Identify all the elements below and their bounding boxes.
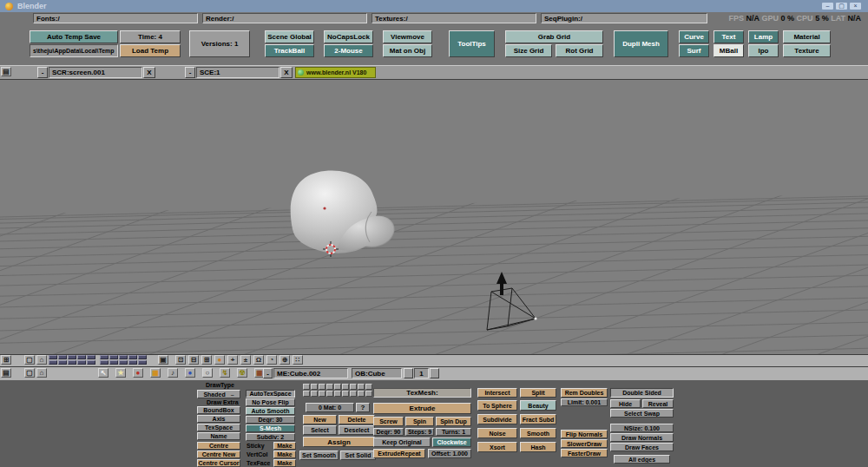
double-sided-button[interactable]: Double Sided bbox=[610, 388, 674, 398]
layer-toggle[interactable] bbox=[138, 355, 147, 359]
to-sphere-button[interactable]: To Sphere bbox=[477, 400, 517, 411]
beauty-button[interactable]: Beauty bbox=[520, 400, 556, 411]
spin-turns-field[interactable]: Turns: 1 bbox=[436, 428, 471, 436]
viewport-3d[interactable] bbox=[0, 80, 868, 354]
radiosity-buttons-icon[interactable]: ☢ bbox=[237, 368, 247, 378]
mat-help-button[interactable]: ? bbox=[356, 403, 370, 412]
material-index-square[interactable] bbox=[326, 384, 333, 390]
material-index-square[interactable] bbox=[365, 391, 372, 397]
centre-button[interactable]: Centre bbox=[197, 442, 240, 450]
mat-select-button[interactable]: Select bbox=[303, 425, 337, 435]
fract-subd-button[interactable]: Fract Subd bbox=[520, 414, 556, 424]
ipo-button[interactable]: Ipo bbox=[748, 44, 779, 57]
view-pointer-icon[interactable]: ↖ bbox=[98, 368, 108, 378]
mat-on-obj-button[interactable]: Mat on Obj bbox=[383, 44, 432, 57]
sticky-make-button[interactable]: Make bbox=[273, 442, 296, 450]
layer-toggle[interactable] bbox=[128, 355, 137, 359]
mat-deselect-button[interactable]: Deselect bbox=[339, 425, 375, 435]
layer-toggle[interactable] bbox=[58, 360, 67, 365]
mat-delete-button[interactable]: Delete bbox=[339, 415, 375, 424]
smooth-button[interactable]: Smooth bbox=[520, 428, 556, 438]
set-smooth-button[interactable]: Set Smooth bbox=[299, 451, 339, 460]
translate-icon[interactable]: + bbox=[227, 355, 238, 365]
size-grid-button[interactable]: Size Grid bbox=[505, 44, 552, 57]
split-button[interactable]: Split bbox=[520, 388, 556, 398]
scene-delete-button[interactable]: X bbox=[280, 67, 293, 78]
mat-index-field[interactable]: 0 Mat: 0 bbox=[306, 403, 354, 412]
tooltips-button[interactable]: ToolTips bbox=[449, 30, 495, 57]
material-index-square[interactable] bbox=[342, 391, 349, 397]
texface-make-button[interactable]: Make bbox=[273, 459, 296, 467]
subdiv-field[interactable]: Subdiv: 2 bbox=[246, 433, 295, 441]
viewmove-button[interactable]: Viewmove bbox=[383, 30, 432, 43]
material-buttons-icon[interactable]: ● bbox=[133, 368, 143, 378]
scene-menu-button[interactable]: - bbox=[185, 67, 195, 78]
nsize-field[interactable]: NSize: 0.100 bbox=[610, 424, 674, 432]
layer-toggle[interactable] bbox=[49, 360, 57, 365]
material-index-square[interactable] bbox=[358, 391, 365, 397]
mball-button[interactable]: MBall bbox=[713, 44, 744, 57]
material-index-square[interactable] bbox=[303, 384, 310, 390]
degr-field[interactable]: Degr: 30 bbox=[246, 416, 295, 424]
auto-temp-save-button[interactable]: Auto Temp Save bbox=[30, 30, 118, 43]
rotate-icon[interactable]: Ω bbox=[253, 355, 264, 365]
material-index-square[interactable] bbox=[326, 391, 333, 397]
slower-draw-button[interactable]: SlowerDraw bbox=[561, 439, 608, 448]
layer-toggle[interactable] bbox=[119, 355, 128, 359]
layer-toggle[interactable] bbox=[100, 360, 108, 365]
layer-toggle[interactable] bbox=[109, 360, 118, 365]
layer-toggle[interactable] bbox=[119, 360, 128, 365]
noise-button[interactable]: Noise bbox=[477, 428, 517, 438]
material-index-squares[interactable] bbox=[303, 384, 373, 398]
auto-smooth-button[interactable]: Auto Smooth bbox=[246, 407, 295, 415]
centre-new-button[interactable]: Centre New bbox=[197, 451, 240, 458]
object-name-field[interactable]: OB:Cube bbox=[352, 368, 402, 378]
texture-buttons-icon[interactable]: ▦ bbox=[150, 368, 161, 378]
layer-toggle[interactable] bbox=[138, 360, 147, 365]
layer-toggle[interactable] bbox=[68, 360, 76, 365]
surf-button[interactable]: Surf bbox=[679, 44, 709, 57]
rot-grid-button[interactable]: Rot Grid bbox=[556, 44, 603, 57]
border-select-icon[interactable]: ⊟ bbox=[188, 355, 199, 365]
draw-ball-icon[interactable]: ● bbox=[214, 355, 225, 365]
textures-path-field[interactable]: Textures:/ bbox=[372, 13, 536, 23]
texspace-button[interactable]: TexSpace bbox=[197, 424, 240, 431]
minimize-button[interactable]: – bbox=[821, 2, 834, 10]
anim-buttons-icon[interactable]: ♪ bbox=[168, 368, 178, 378]
scene-global-button[interactable]: Scene Global bbox=[265, 30, 314, 43]
no-pose-flip-button[interactable]: No Pose Flip bbox=[246, 398, 295, 406]
world-buttons-icon[interactable]: ● bbox=[185, 368, 195, 378]
layer-toggle[interactable] bbox=[49, 355, 57, 359]
buttons-home-icon[interactable]: ⌂ bbox=[36, 368, 47, 378]
rem-doubles-button[interactable]: Rem Doubles bbox=[561, 388, 608, 398]
subdivide-button[interactable]: Subdivide bbox=[477, 414, 517, 424]
material-index-square[interactable] bbox=[365, 384, 372, 390]
xsort-button[interactable]: Xsort bbox=[477, 442, 517, 452]
hide-button[interactable]: Hide bbox=[610, 399, 641, 408]
versions-button[interactable]: Versions: 1 bbox=[189, 30, 250, 57]
clockwise-button[interactable]: Clockwise bbox=[432, 437, 471, 447]
screen-menu-button[interactable]: - bbox=[37, 67, 48, 78]
grab-grid-button[interactable]: Grab Grid bbox=[505, 30, 603, 43]
material-index-square[interactable] bbox=[350, 391, 357, 397]
material-index-square[interactable] bbox=[319, 391, 326, 397]
local-view-icon[interactable]: ⊡ bbox=[175, 355, 186, 365]
camera-object[interactable] bbox=[487, 272, 537, 330]
extrude-repeat-button[interactable]: ExtrudeRepeat bbox=[373, 449, 425, 458]
maximize-button[interactable]: ▢ bbox=[835, 2, 848, 10]
face-select-icon[interactable]: ⊞ bbox=[201, 355, 212, 365]
users-plus-button[interactable] bbox=[430, 368, 439, 378]
layer-toggle[interactable] bbox=[58, 355, 67, 359]
material-index-square[interactable] bbox=[311, 391, 318, 397]
trackball-button[interactable]: TrackBall bbox=[265, 44, 314, 57]
screw-button[interactable]: Screw bbox=[373, 417, 404, 426]
script-buttons-icon[interactable]: ↯ bbox=[220, 368, 230, 378]
vertcol-make-button[interactable]: Make bbox=[273, 451, 296, 458]
layer-toggle[interactable] bbox=[87, 360, 95, 365]
set-solid-button[interactable]: Set Solid bbox=[340, 451, 376, 460]
view-maximize-icon[interactable]: ▢ bbox=[24, 355, 35, 365]
snap-icon[interactable]: ∷ bbox=[293, 355, 303, 365]
material-index-square[interactable] bbox=[358, 384, 365, 390]
spin-dup-button[interactable]: Spin Dup bbox=[436, 417, 471, 426]
nocapslock-button[interactable]: NoCapsLock bbox=[324, 30, 373, 43]
